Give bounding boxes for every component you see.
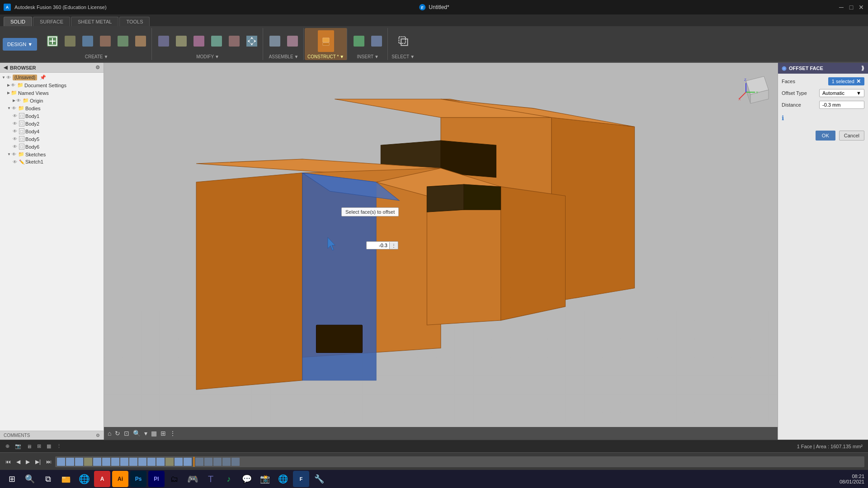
viewport-orbit-icon[interactable]: ↻ (115, 430, 120, 437)
timeline-item-3[interactable] (75, 458, 83, 466)
tab-sheet-metal[interactable]: SHEET METAL (71, 17, 118, 26)
timeline-item-2[interactable] (66, 458, 74, 466)
timeline-prev-button[interactable]: ◀ (14, 458, 22, 466)
scale-tool[interactable] (226, 30, 242, 52)
clear-selection-button[interactable]: ✕ (856, 78, 861, 84)
timeline-item-6[interactable] (102, 458, 110, 466)
tab-solid[interactable]: SOLID (4, 17, 32, 26)
timeline-play-button[interactable]: ▶ (24, 458, 32, 466)
offset-type-dropdown[interactable]: Automatic ▼ (819, 89, 864, 97)
grid-settings-icon[interactable]: ⊞ (37, 443, 41, 449)
comments-settings-icon[interactable]: ⚙ (96, 433, 100, 438)
sketch1-eye[interactable]: 👁 (13, 160, 17, 164)
timeline-item-10[interactable] (138, 458, 146, 466)
timeline-item-8[interactable] (120, 458, 128, 466)
viewport-display-icon[interactable]: ▦ (151, 430, 157, 437)
illustrator-button[interactable]: Ai (112, 471, 128, 487)
doc-settings-eye[interactable]: 👁 (11, 83, 15, 88)
move-tool[interactable] (244, 30, 260, 52)
ok-button[interactable]: OK (816, 131, 835, 141)
timeline-item-19[interactable] (222, 458, 231, 466)
design-dropdown[interactable]: DESIGN ▼ (3, 38, 37, 51)
minimize-button[interactable]: ─ (838, 4, 844, 10)
loft-tool[interactable] (115, 30, 131, 52)
distance-input-field[interactable] (367, 242, 389, 249)
explorer-icon[interactable]: 🗂 (166, 471, 183, 487)
viewport-zoom-icon[interactable]: 🔍 (133, 430, 141, 437)
construct-offset-plane-tool[interactable] (318, 30, 334, 52)
timeline-item-1[interactable] (57, 458, 65, 466)
timeline-item-20[interactable] (231, 458, 240, 466)
distance-more-button[interactable]: ⋮ (389, 242, 398, 249)
revolve-tool[interactable] (80, 30, 96, 52)
chrome-button[interactable]: 🌐 (76, 471, 92, 487)
timeline-item-14[interactable] (175, 458, 183, 466)
shell-tool[interactable] (208, 30, 225, 52)
timeline-item-4[interactable] (84, 458, 92, 466)
prelude-button[interactable]: Pl (148, 471, 165, 487)
rib-tool[interactable] (132, 30, 149, 52)
extrude-tool[interactable] (62, 30, 78, 52)
timeline-item-13[interactable] (165, 458, 174, 466)
pin-icon[interactable]: 📌 (40, 75, 46, 80)
fillet-tool[interactable] (173, 30, 189, 52)
origin-eye[interactable]: 👁 (16, 98, 21, 103)
body2-eye[interactable]: 👁 (13, 121, 17, 126)
insert-derive-tool[interactable] (351, 30, 367, 52)
maximize-button[interactable]: □ (848, 4, 854, 10)
browser-body2[interactable]: 👁 □ Body2 (11, 120, 104, 127)
timeline-item-7[interactable] (111, 458, 119, 466)
browser-settings-icon[interactable]: ⚙ (95, 65, 100, 70)
viewport-settings-icon[interactable]: ⋮ (170, 430, 176, 437)
timeline-item-5[interactable] (93, 458, 101, 466)
timeline-item-16[interactable] (195, 458, 203, 466)
task-view-button[interactable]: ⧉ (40, 471, 56, 487)
body1-eye[interactable]: 👁 (13, 113, 17, 118)
viewport[interactable]: Select face(s) to offset ⋮ Y X Z (104, 63, 778, 440)
chrome2-button[interactable]: 🌐 (275, 471, 291, 487)
browser-sketches[interactable]: ▼ 👁 📁 Sketches (5, 150, 104, 158)
root-eye-icon[interactable]: 👁 (6, 75, 11, 80)
spotify-button[interactable]: ♪ (221, 471, 237, 487)
start-button[interactable]: ⊞ (4, 471, 20, 487)
browser-body1[interactable]: 👁 □ Body1 (11, 112, 104, 120)
browser-body4[interactable]: 👁 □ Body4 (11, 127, 104, 135)
browser-body6[interactable]: 👁 □ Body6 (11, 143, 104, 150)
gaming-button[interactable]: 🎮 (184, 471, 201, 487)
browser-doc-settings[interactable]: ▶ 👁 📁 Document Settings (5, 81, 104, 89)
chamfer-tool[interactable] (191, 30, 207, 52)
viewport-controls-icon[interactable]: ⊕ (5, 443, 9, 449)
browser-root-item[interactable]: ▼ 👁 (Unsaved) 📌 (0, 74, 104, 81)
browser-sketch1[interactable]: 👁 ✏️ Sketch1 (11, 158, 104, 165)
browser-collapse-icon[interactable]: ◀ (4, 65, 7, 70)
insert-svg-tool[interactable] (368, 30, 385, 52)
body5-eye[interactable]: 👁 (13, 136, 17, 141)
bodies-eye[interactable]: 👁 (12, 106, 16, 111)
body6-eye[interactable]: 👁 (13, 144, 17, 149)
viewport-zoom-dropdown[interactable]: ▾ (144, 430, 147, 437)
body4-eye[interactable]: 👁 (13, 129, 17, 134)
timeline-item-15[interactable] (184, 458, 192, 466)
display-settings-icon[interactable]: 🖥 (27, 444, 32, 449)
press-pull-tool[interactable] (156, 30, 172, 52)
tab-surface[interactable]: SURFACE (33, 17, 70, 26)
photoshop-button[interactable]: Ps (130, 471, 146, 487)
viewport-home-icon[interactable]: ⌂ (108, 430, 111, 437)
browser-body5[interactable]: 👁 □ Body5 (11, 135, 104, 143)
misc-button[interactable]: 🔧 (311, 471, 327, 487)
whatsapp-button[interactable]: 💬 (239, 471, 255, 487)
browser-named-views[interactable]: ▶ 📁 Named Views (5, 89, 104, 97)
timeline-item-17[interactable] (204, 458, 212, 466)
search-button[interactable]: 🔍 (22, 471, 38, 487)
instagram-button[interactable]: 📸 (257, 471, 273, 487)
select-tool[interactable] (395, 30, 411, 52)
panel-collapse-button[interactable]: ⟫ (861, 65, 864, 71)
info-icon[interactable]: ℹ (782, 114, 784, 122)
sketches-eye[interactable]: 👁 (12, 152, 16, 157)
rendering-icon[interactable]: ⋮ (57, 443, 61, 449)
file-explorer-button[interactable] (58, 471, 74, 487)
distance-input-box[interactable]: ⋮ (366, 241, 398, 249)
timeline-end-button[interactable]: ⏭ (44, 458, 53, 466)
camera-icon[interactable]: 📷 (15, 443, 21, 449)
selected-badge[interactable]: 1 selected ✕ (828, 77, 864, 85)
